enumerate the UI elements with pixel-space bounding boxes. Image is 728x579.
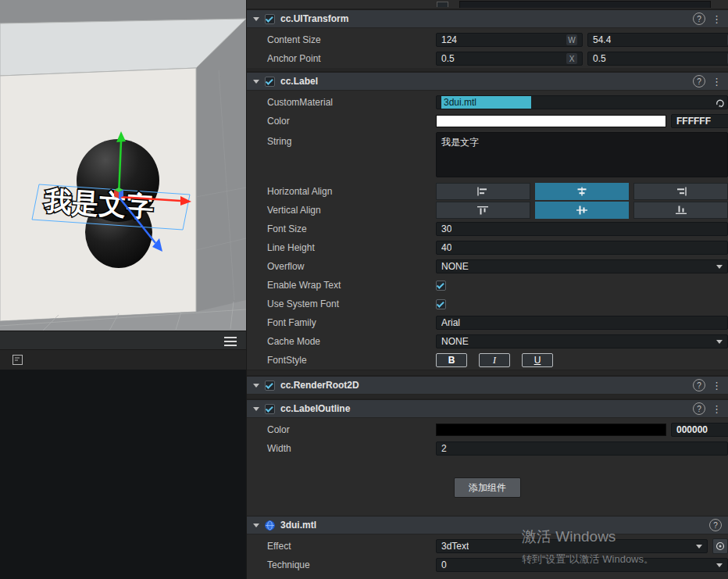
underline-toggle-button[interactable]: U [522, 353, 553, 367]
property-label: Font Family [267, 317, 436, 328]
chevron-down-icon [716, 563, 723, 567]
color-hex-input[interactable]: FFFFFF [671, 114, 728, 128]
anchor-y-input[interactable]: 0.5 Y [587, 52, 728, 66]
chevron-down-icon[interactable] [253, 384, 259, 388]
color-swatch[interactable] [436, 424, 666, 436]
clipped-checkbox[interactable] [437, 2, 448, 7]
component-header-uitransform[interactable]: cc.UITransform ? ⋮ [247, 9, 728, 28]
property-label: Anchor Point [267, 53, 436, 64]
align-top-button[interactable] [436, 202, 530, 219]
chevron-down-icon[interactable] [253, 17, 259, 21]
scene-bottom-toolbar [0, 331, 246, 349]
row-custom-material: CustomMaterial 3dui.mtl [247, 93, 728, 112]
check-icon [437, 299, 444, 307]
console-output-panel [0, 370, 246, 579]
component-header-label[interactable]: cc.Label ? ⋮ [247, 72, 728, 91]
component-header-material[interactable]: 3dui.mtl ? [247, 516, 728, 534]
add-component-button[interactable]: 添加组件 [454, 477, 521, 498]
component-enabled-checkbox[interactable] [265, 404, 275, 414]
clipped-input[interactable] [459, 1, 711, 8]
clipped-property-row [247, 0, 728, 9]
material-title: 3dui.mtl [280, 520, 316, 531]
enable-wrap-checkbox[interactable] [436, 281, 446, 291]
row-effect: Effect 3dText [247, 537, 728, 556]
use-system-font-checkbox[interactable] [436, 299, 446, 309]
w-suffix-badge: W [566, 34, 577, 45]
custom-material-input[interactable]: 3dui.mtl [436, 95, 728, 109]
chevron-down-icon[interactable] [253, 80, 259, 84]
kebab-menu-icon[interactable]: ⋮ [712, 380, 722, 391]
property-label: FontStyle [267, 355, 436, 366]
outline-width-input[interactable]: 2 [436, 441, 728, 456]
property-label: Cache Mode [267, 336, 436, 347]
component-enabled-checkbox[interactable] [265, 381, 275, 391]
property-label: CustomMaterial [267, 97, 436, 108]
font-family-input[interactable]: Arial [436, 316, 728, 330]
asset-locate-icon[interactable] [715, 98, 725, 110]
property-label: Color [267, 424, 436, 435]
row-outline-width: Width 2 [247, 439, 728, 458]
component-header-labeloutline[interactable]: cc.LabelOutline ? ⋮ [247, 399, 728, 418]
kebab-menu-icon[interactable]: ⋮ [712, 13, 722, 25]
add-component-area: 添加组件 [247, 458, 728, 516]
row-content-size: Content Size 124 W 54.4 H [247, 30, 728, 49]
uitransform-body: Content Size 124 W 54.4 H Anchor Point [247, 28, 728, 68]
help-icon[interactable]: ? [693, 75, 705, 88]
material-body: Effect 3dText Technique [247, 534, 728, 574]
row-line-height: Line Height 40 [247, 238, 728, 257]
align-middle-icon [576, 206, 588, 215]
label-body: CustomMaterial 3dui.mtl Color [247, 91, 728, 370]
menu-icon[interactable] [224, 337, 237, 348]
kebab-menu-icon[interactable]: ⋮ [712, 403, 722, 415]
bold-toggle-button[interactable]: B [436, 353, 467, 367]
console-panel-icon[interactable] [12, 355, 23, 367]
chevron-down-icon[interactable] [253, 524, 259, 527]
align-right-button[interactable] [633, 183, 728, 200]
help-icon[interactable]: ? [693, 13, 705, 25]
component-enabled-checkbox[interactable] [265, 77, 275, 87]
component-header-renderroot2d[interactable]: cc.RenderRoot2D ? ⋮ [247, 376, 728, 395]
scene-viewport[interactable]: 我是文字 [0, 0, 246, 331]
align-bottom-button[interactable] [633, 202, 728, 219]
line-height-input[interactable]: 40 [436, 241, 728, 255]
kebab-menu-icon[interactable]: ⋮ [712, 76, 722, 88]
property-label: Font Size [267, 223, 436, 234]
row-vertical-align: Vertical Align [247, 201, 728, 220]
app-window: 我是文字 [0, 0, 728, 579]
content-size-w-input[interactable]: 124 W [436, 33, 583, 47]
font-size-input[interactable]: 30 [436, 222, 728, 236]
color-hex-input[interactable]: 000000 [671, 423, 728, 437]
technique-select[interactable]: 0 [436, 558, 728, 572]
align-middle-button[interactable] [535, 202, 630, 219]
component-enabled-checkbox[interactable] [265, 14, 275, 24]
row-technique: Technique 0 [247, 556, 728, 574]
anchor-x-input[interactable]: 0.5 X [436, 52, 583, 66]
locate-effect-button[interactable] [712, 538, 728, 554]
property-label: Technique [267, 559, 436, 570]
x-suffix-badge: X [566, 53, 577, 64]
material-globe-icon [265, 520, 275, 531]
italic-toggle-button[interactable]: I [479, 353, 510, 367]
row-overflow: Overflow NONE [247, 257, 728, 276]
property-label: Line Height [267, 242, 436, 253]
align-left-button[interactable] [436, 183, 530, 200]
cache-mode-select[interactable]: NONE [436, 334, 728, 348]
property-label: Enable Wrap Text [267, 280, 436, 291]
row-horizontal-align: Horizontal Align [247, 182, 728, 201]
align-center-button[interactable] [535, 183, 630, 200]
string-textarea[interactable]: 我是文字 [436, 132, 728, 177]
help-icon[interactable]: ? [693, 379, 705, 391]
property-label: Width [267, 443, 436, 454]
content-size-h-input[interactable]: 54.4 H [587, 33, 728, 47]
property-label: Use System Font [267, 298, 436, 309]
chevron-down-icon[interactable] [253, 407, 259, 411]
color-swatch[interactable] [436, 115, 666, 127]
overflow-select[interactable]: NONE [436, 259, 728, 273]
row-font-style: FontStyle B I U [247, 351, 728, 370]
property-label: Color [267, 116, 436, 127]
help-icon[interactable]: ? [709, 519, 722, 531]
effect-select[interactable]: 3dText [436, 539, 708, 553]
check-icon [266, 404, 273, 412]
help-icon[interactable]: ? [693, 402, 705, 415]
row-font-size: Font Size 30 [247, 220, 728, 238]
